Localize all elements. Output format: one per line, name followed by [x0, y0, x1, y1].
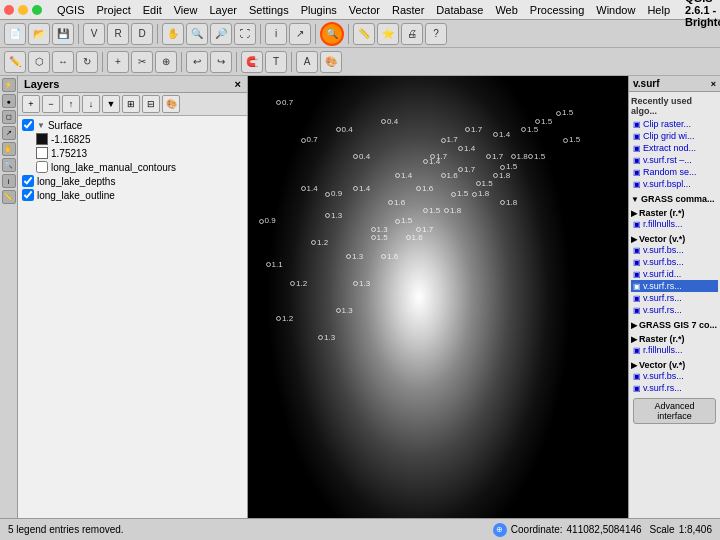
alg-vsurf-bs2[interactable]: ▣ v.surf.bs...	[631, 256, 718, 268]
split-button[interactable]: ✂	[131, 51, 153, 73]
menu-settings[interactable]: Settings	[244, 4, 294, 16]
map-canvas[interactable]: 0.70.70.91.21.21.21.31.31.31.31.31.31.41…	[248, 76, 628, 518]
menu-qgis[interactable]: QGIS	[52, 4, 90, 16]
layers-expand-btn[interactable]: ⊞	[122, 95, 140, 113]
grass-commands-header[interactable]: ▼ GRASS comma...	[631, 194, 718, 204]
bookmark-button[interactable]: ⭐	[377, 23, 399, 45]
alg-g7-vsurf-rs[interactable]: ▣ v.surf.rs...	[631, 382, 718, 394]
zoom-in-button[interactable]: 🔍	[186, 23, 208, 45]
layer-contours[interactable]: long_lake_manual_contours	[34, 160, 245, 174]
toolbox-icon-4[interactable]: ↗	[2, 126, 16, 140]
alg-random[interactable]: ▣ Random se...	[631, 166, 718, 178]
menu-vector[interactable]: Vector	[344, 4, 385, 16]
toolbox-icon-8[interactable]: 📏	[2, 190, 16, 204]
undo-button[interactable]: ↩	[186, 51, 208, 73]
search-button[interactable]: 🔍	[320, 22, 344, 46]
alg-extract-nod[interactable]: ▣ Extract nod...	[631, 142, 718, 154]
layer-outline-checkbox[interactable]	[22, 189, 34, 201]
advanced-interface-button[interactable]: Advanced interface	[633, 398, 716, 424]
pan-button[interactable]: ✋	[162, 23, 184, 45]
zoom-out-button[interactable]: 🔎	[210, 23, 232, 45]
maximize-button[interactable]	[32, 5, 42, 15]
raster-section-header[interactable]: ▶ Raster (r.*)	[631, 208, 718, 218]
layer-contours-checkbox[interactable]	[36, 161, 48, 173]
menu-plugins[interactable]: Plugins	[296, 4, 342, 16]
toolbox-icon-5[interactable]: ✋	[2, 142, 16, 156]
add-raster-button[interactable]: R	[107, 23, 129, 45]
grass7-raster-header[interactable]: ▶ Raster (r.*)	[631, 334, 718, 344]
alg-vsurf-rs3[interactable]: ▣ v.surf.rs...	[631, 304, 718, 316]
data-point: 1.6	[416, 184, 433, 193]
menu-view[interactable]: View	[169, 4, 203, 16]
label-button[interactable]: A	[296, 51, 318, 73]
layer-surface-expand[interactable]: ▼	[37, 121, 45, 130]
alg-vsurf-rst[interactable]: ▣ v.surf.rst –...	[631, 154, 718, 166]
minimize-button[interactable]	[18, 5, 28, 15]
zoom-extent-button[interactable]: ⛶	[234, 23, 256, 45]
layers-down-btn[interactable]: ↓	[82, 95, 100, 113]
redo-button[interactable]: ↪	[210, 51, 232, 73]
alg-vsurf-id[interactable]: ▣ v.surf.id...	[631, 268, 718, 280]
grass7-header[interactable]: ▶ GRASS GIS 7 co...	[631, 320, 718, 330]
merge-button[interactable]: ⊕	[155, 51, 177, 73]
snap-button[interactable]: 🧲	[241, 51, 263, 73]
menu-project[interactable]: Project	[92, 4, 136, 16]
menu-help[interactable]: Help	[642, 4, 675, 16]
toolbox-icon-1[interactable]: ⚡	[2, 78, 16, 92]
layer-depths-checkbox[interactable]	[22, 175, 34, 187]
toolbox-icon-2[interactable]: ●	[2, 94, 16, 108]
rotate-button[interactable]: ↻	[76, 51, 98, 73]
layers-add-btn[interactable]: +	[22, 95, 40, 113]
menu-window[interactable]: Window	[591, 4, 640, 16]
layer-depths[interactable]: long_lake_depths	[20, 174, 245, 188]
close-button[interactable]	[4, 5, 14, 15]
layers-color-btn[interactable]: 🎨	[162, 95, 180, 113]
alg-g7-vsurf-bs[interactable]: ▣ v.surf.bs...	[631, 370, 718, 382]
grass7-vector-header[interactable]: ▶ Vector (v.*)	[631, 360, 718, 370]
toolbox-icon-6[interactable]: 🔍	[2, 158, 16, 172]
tips-button[interactable]: ?	[425, 23, 447, 45]
digitize-button[interactable]: +	[107, 51, 129, 73]
node-tool-button[interactable]: ⬡	[28, 51, 50, 73]
select-button[interactable]: ↗	[289, 23, 311, 45]
alg-vsurf-rs-selected[interactable]: ▣ v.surf.rs...	[631, 280, 718, 292]
print-button[interactable]: 🖨	[401, 23, 423, 45]
topology-button[interactable]: T	[265, 51, 287, 73]
layers-up-btn[interactable]: ↑	[62, 95, 80, 113]
toolbox-icon-7[interactable]: i	[2, 174, 16, 188]
layers-collapse-btn[interactable]: ⊟	[142, 95, 160, 113]
alg-clip-raster[interactable]: ▣ Clip raster...	[631, 118, 718, 130]
data-point: 1.8	[500, 198, 517, 207]
layers-filter-btn[interactable]: ▼	[102, 95, 120, 113]
vector-section-header[interactable]: ▶ Vector (v.*)	[631, 234, 718, 244]
right-panel-close[interactable]: ×	[711, 79, 716, 89]
menu-processing[interactable]: Processing	[525, 4, 589, 16]
new-project-button[interactable]: 📄	[4, 23, 26, 45]
alg-vsurf-rs2[interactable]: ▣ v.surf.rs...	[631, 292, 718, 304]
alg-vsurf-bs1[interactable]: ▣ v.surf.bs...	[631, 244, 718, 256]
menu-web[interactable]: Web	[490, 4, 522, 16]
layer-surface-group[interactable]: ▼ Surface	[20, 118, 245, 132]
style-button[interactable]: 🎨	[320, 51, 342, 73]
add-vector-button[interactable]: V	[83, 23, 105, 45]
open-project-button[interactable]: 📂	[28, 23, 50, 45]
alg-vsurf-bspl[interactable]: ▣ v.surf.bspl...	[631, 178, 718, 190]
move-button[interactable]: ↔	[52, 51, 74, 73]
measure-button[interactable]: 📏	[353, 23, 375, 45]
alg-rfillnulls[interactable]: ▣ r.fillnulls...	[631, 218, 718, 230]
menu-layer[interactable]: Layer	[204, 4, 242, 16]
layer-surface-checkbox[interactable]	[22, 119, 34, 131]
add-db-button[interactable]: D	[131, 23, 153, 45]
alg-g7-rfill[interactable]: ▣ r.fillnulls...	[631, 344, 718, 356]
layers-remove-btn[interactable]: −	[42, 95, 60, 113]
identify-button[interactable]: i	[265, 23, 287, 45]
layers-close[interactable]: ×	[235, 78, 241, 90]
save-project-button[interactable]: 💾	[52, 23, 74, 45]
menu-database[interactable]: Database	[431, 4, 488, 16]
menu-edit[interactable]: Edit	[138, 4, 167, 16]
alg-clip-grid[interactable]: ▣ Clip grid wi...	[631, 130, 718, 142]
edit-button[interactable]: ✏️	[4, 51, 26, 73]
toolbox-icon-3[interactable]: ◻	[2, 110, 16, 124]
layer-outline[interactable]: long_lake_outline	[20, 188, 245, 202]
menu-raster[interactable]: Raster	[387, 4, 429, 16]
